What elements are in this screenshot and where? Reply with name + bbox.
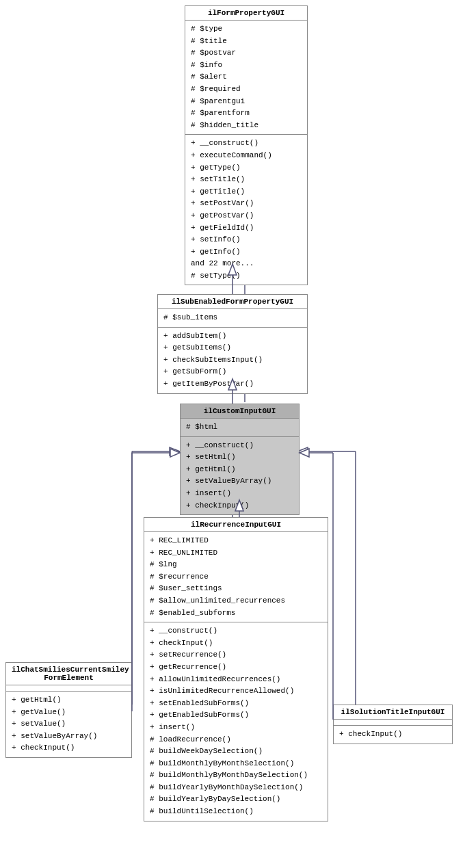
ilSubEnabledFormPropertyGUI-fields: # $sub_items — [158, 309, 307, 328]
ilSubEnabledFormPropertyGUI-methods: + addSubItem() + getSubItems() + checkSu… — [158, 328, 307, 393]
ilFormPropertyGUI-fields: # $type # $title # $postvar # $info # $a… — [185, 21, 307, 135]
ilRecurrenceInputGUI-methods: + __construct() + checkInput() + setRecu… — [144, 622, 328, 821]
ilCustomInputGUI-title: ilCustomInputGUI — [181, 404, 299, 419]
ilSubEnabledFormPropertyGUI-title: ilSubEnabledFormPropertyGUI — [158, 295, 307, 309]
svg-marker-27 — [300, 449, 309, 457]
ilFormPropertyGUI-box: ilFormPropertyGUI # $type # $title # $po… — [185, 5, 308, 285]
ilSolutionTitleInputGUI-fields — [334, 720, 452, 726]
ilFormPropertyGUI-title: ilFormPropertyGUI — [185, 6, 307, 21]
ilRecurrenceInputGUI-fields: + REC_LIMITED + REC_UNLIMITED # $lng # $… — [144, 532, 328, 622]
ilChatSmiliesCurrentSmileyFormElement-title: ilChatSmiliesCurrentSmileyFormElement — [6, 663, 131, 685]
ilSolutionTitleInputGUI-box: ilSolutionTitleInputGUI + checkInput() — [333, 705, 453, 744]
svg-marker-24 — [170, 449, 180, 457]
ilChatSmiliesCurrentSmileyFormElement-methods: + getHtml() + getValue() + setValue() + … — [6, 692, 131, 757]
ilChatSmiliesCurrentSmileyFormElement-fields — [6, 685, 131, 692]
ilSubEnabledFormPropertyGUI-box: ilSubEnabledFormPropertyGUI # $sub_items… — [157, 294, 308, 394]
ilSolutionTitleInputGUI-title: ilSolutionTitleInputGUI — [334, 705, 452, 720]
ilRecurrenceInputGUI-box: ilRecurrenceInputGUI + REC_LIMITED + REC… — [144, 517, 328, 821]
svg-marker-12 — [170, 447, 180, 456]
ilCustomInputGUI-fields: # $html — [181, 419, 299, 437]
ilCustomInputGUI-box: ilCustomInputGUI # $html + __construct()… — [180, 404, 300, 515]
ilFormPropertyGUI-methods: + __construct() + executeCommand() + get… — [185, 135, 307, 285]
diagram-container: ilFormPropertyGUI # $type # $title # $po… — [0, 0, 465, 868]
ilCustomInputGUI-methods: + __construct() + setHtml() + getHtml() … — [181, 437, 299, 515]
ilRecurrenceInputGUI-title: ilRecurrenceInputGUI — [144, 518, 328, 532]
ilChatSmiliesCurrentSmileyFormElement-box: ilChatSmiliesCurrentSmileyFormElement + … — [5, 662, 132, 758]
ilSolutionTitleInputGUI-methods: + checkInput() — [334, 726, 452, 744]
